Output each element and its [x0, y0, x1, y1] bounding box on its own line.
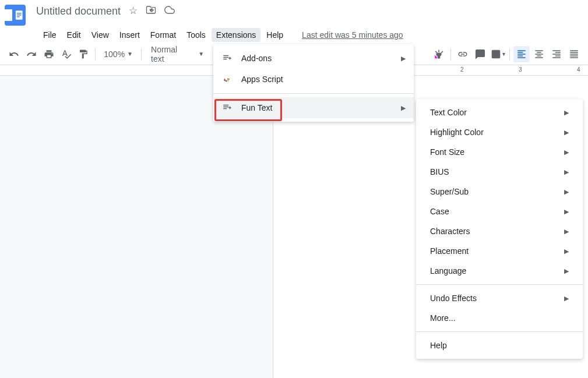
svg-point-7	[494, 52, 495, 53]
menu-insert[interactable]: Insert	[115, 28, 145, 42]
menu-apps-script[interactable]: Apps Script	[213, 69, 414, 90]
arrow-right-icon: ▶	[564, 129, 569, 136]
arrow-right-icon: ▶	[564, 248, 569, 255]
submenu-highlight-color[interactable]: Highlight Color▶	[416, 122, 583, 142]
menu-separator	[213, 93, 414, 94]
paint-format-button[interactable]	[75, 46, 91, 62]
arrow-right-icon: ▶	[564, 267, 569, 275]
menu-addons[interactable]: Add-ons ▶	[213, 48, 414, 69]
fun-text-submenu: Text Color▶ Highlight Color▶ Font Size▶ …	[416, 99, 583, 359]
menu-separator	[416, 284, 583, 285]
submenu-undo-effects[interactable]: Undo Effects▶	[416, 288, 583, 308]
highlight-color-button[interactable]	[431, 46, 447, 62]
caret-icon: ▼	[198, 51, 204, 57]
svg-rect-2	[16, 15, 21, 15]
arrow-right-icon: ▶	[564, 149, 569, 156]
add-comment-button[interactable]	[472, 46, 488, 62]
zoom-value: 100%	[104, 50, 125, 59]
addons-icon	[221, 52, 233, 64]
arrow-right-icon: ▶	[564, 109, 569, 116]
ruler-mark: 3	[519, 66, 522, 73]
cloud-status-icon[interactable]	[164, 5, 175, 18]
extensions-menu: Add-ons ▶ Apps Script Fun Text ▶	[213, 44, 414, 122]
fun-text-icon	[221, 102, 233, 114]
submenu-super-sub[interactable]: Super/Sub▶	[416, 182, 583, 202]
submenu-bius[interactable]: BIUS▶	[416, 162, 583, 182]
align-center-button[interactable]	[531, 46, 547, 62]
align-left-button[interactable]	[513, 46, 530, 62]
menu-apps-script-label: Apps Script	[241, 75, 283, 84]
svg-rect-1	[16, 13, 21, 13]
apps-script-icon	[221, 73, 233, 85]
arrow-right-icon: ▶	[401, 104, 406, 112]
style-select[interactable]: Normal text ▼	[145, 45, 210, 63]
menu-edit[interactable]: Edit	[62, 28, 86, 42]
menu-bar: File Edit View Insert Format Tools Exten…	[0, 26, 588, 43]
submenu-language[interactable]: Language▶	[416, 261, 583, 281]
menu-view[interactable]: View	[87, 28, 114, 42]
toolbar-separator	[141, 48, 142, 61]
submenu-font-size[interactable]: Font Size▶	[416, 142, 583, 162]
print-button[interactable]	[41, 46, 57, 62]
align-justify-button[interactable]	[566, 46, 582, 62]
ruler-mark: 2	[460, 66, 464, 73]
svg-rect-3	[16, 16, 19, 17]
menu-format[interactable]: Format	[146, 28, 181, 42]
arrow-right-icon: ▶	[564, 168, 569, 176]
toolbar-separator	[509, 48, 510, 61]
redo-button[interactable]	[23, 46, 40, 62]
menu-addons-label: Add-ons	[241, 54, 272, 63]
toolbar-separator	[95, 48, 96, 61]
menu-file[interactable]: File	[38, 28, 61, 42]
submenu-text-color[interactable]: Text Color▶	[416, 103, 583, 122]
toolbar-separator	[450, 48, 451, 61]
header: Untitled document ☆	[0, 0, 588, 26]
submenu-characters[interactable]: Characters▶	[416, 221, 583, 241]
undo-button[interactable]	[6, 46, 22, 62]
insert-link-button[interactable]	[455, 46, 471, 62]
menu-extensions[interactable]: Extensions	[212, 28, 260, 42]
title-area: Untitled document ☆	[36, 5, 175, 18]
caret-icon: ▼	[127, 51, 133, 57]
style-value: Normal text	[151, 45, 192, 63]
menu-tools[interactable]: Tools	[182, 28, 210, 42]
star-icon[interactable]: ☆	[129, 5, 138, 18]
submenu-placement[interactable]: Placement▶	[416, 241, 583, 261]
menu-fun-text-label: Fun Text	[241, 103, 272, 112]
submenu-case[interactable]: Case▶	[416, 202, 583, 221]
arrow-right-icon: ▶	[564, 228, 569, 235]
spellcheck-button[interactable]	[58, 46, 75, 62]
last-edit-link[interactable]: Last edit was 5 minutes ago	[302, 30, 403, 40]
move-to-folder-icon[interactable]	[146, 5, 156, 18]
align-right-button[interactable]	[548, 46, 565, 62]
menu-separator	[416, 331, 583, 332]
arrow-right-icon: ▶	[564, 188, 569, 196]
arrow-right-icon: ▶	[564, 295, 569, 302]
menu-fun-text[interactable]: Fun Text ▶	[213, 97, 414, 118]
document-title[interactable]: Untitled document	[36, 5, 121, 17]
zoom-select[interactable]: 100% ▼	[99, 50, 138, 59]
ruler-mark: 4	[577, 66, 580, 73]
docs-logo-icon[interactable]	[5, 5, 26, 26]
submenu-more[interactable]: More...	[416, 308, 583, 328]
insert-image-button[interactable]: ▾	[490, 46, 506, 62]
submenu-help[interactable]: Help	[416, 335, 583, 355]
menu-help[interactable]: Help	[262, 28, 288, 42]
arrow-right-icon: ▶	[401, 55, 406, 62]
arrow-right-icon: ▶	[564, 208, 569, 216]
